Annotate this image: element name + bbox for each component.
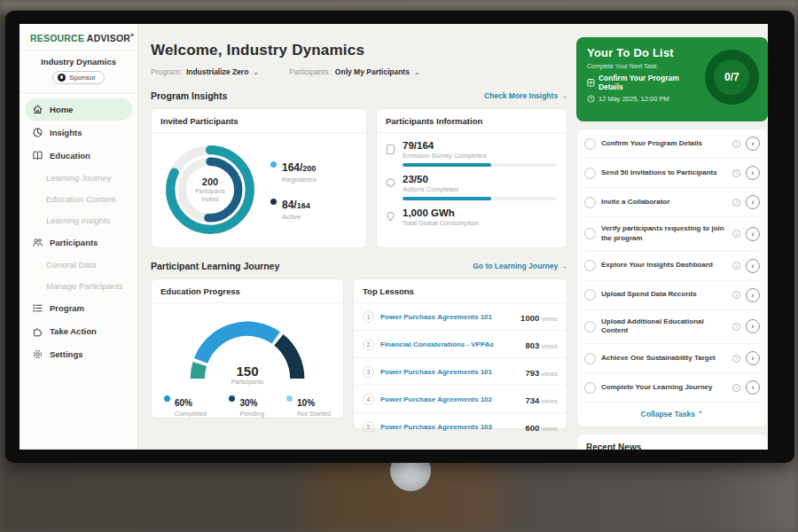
program-filter[interactable]: Program: Industrialize Zero ⌄ xyxy=(151,67,259,76)
sponsor-badge[interactable]: Sponsor xyxy=(52,71,105,84)
todo-item-label[interactable]: Upload Spend Data Records xyxy=(601,290,727,300)
sidebar-item-label: Program xyxy=(50,303,84,313)
todo-go-button[interactable]: › xyxy=(746,380,760,395)
todo-title: Your To Do List xyxy=(587,46,705,59)
top-lessons-card: Top Lessons 1 Power Purchase Agreements … xyxy=(353,278,567,429)
sidebar-item-manage-participants[interactable]: Manage Participants xyxy=(25,276,132,296)
clock-icon xyxy=(587,95,595,103)
sidebar-item-label: Insights xyxy=(50,128,82,137)
sidebar-item-take-action[interactable]: Take Action xyxy=(25,320,132,342)
info-icon: i xyxy=(732,291,740,299)
todo-item: Confirm Your Program Details i › xyxy=(584,129,760,159)
app-logo: RESOURCE ADVISOR+ xyxy=(20,24,137,51)
lightbulb-icon xyxy=(386,211,395,223)
todo-go-button[interactable]: › xyxy=(746,195,760,209)
todo-item-label[interactable]: Upload Additional Educational Content xyxy=(601,317,727,337)
todo-checkbox[interactable] xyxy=(584,382,596,394)
todo-item: Upload Spend Data Records i › xyxy=(584,281,760,310)
go-to-learning-journey-link[interactable]: Go to Learning Journey → xyxy=(473,262,567,270)
info-icon: i xyxy=(732,140,740,148)
todo-item-label[interactable]: Explore Your Insights Dashboard xyxy=(601,261,727,270)
todo-checkbox[interactable] xyxy=(584,138,596,150)
info-icon: i xyxy=(732,355,740,363)
sidebar-item-settings[interactable]: Settings xyxy=(25,343,132,365)
sidebar-item-label: Participants xyxy=(50,238,98,247)
sidebar-item-insights[interactable]: Insights xyxy=(25,121,132,144)
program-filter-value: Industrialize Zero xyxy=(186,67,248,76)
legend-dot xyxy=(229,395,235,402)
sidebar-item-education-content[interactable]: Education Content xyxy=(25,189,132,209)
todo-go-button[interactable]: › xyxy=(746,288,760,302)
stat-actions: 23/50 Actions Completed xyxy=(377,167,567,200)
arrow-right-icon: → xyxy=(560,262,568,270)
todo-go-button[interactable]: › xyxy=(746,227,760,241)
todo-checkbox[interactable] xyxy=(584,321,596,332)
donut-center-label: Participants Invited xyxy=(187,188,233,202)
lesson-link[interactable]: Financial Considerations - VPPAs xyxy=(380,340,519,348)
card-title: Participants Information xyxy=(377,109,567,133)
todo-progress-value: 0/7 xyxy=(724,71,739,83)
todo-checkbox[interactable] xyxy=(584,289,596,301)
todo-item-label[interactable]: Invite a Collaborator xyxy=(601,198,727,207)
participants-filter[interactable]: Participants: Only My Participants ⌄ xyxy=(289,67,420,76)
todo-item-label[interactable]: Achieve One Sustainability Target xyxy=(601,354,727,364)
clipboard-icon xyxy=(587,78,595,87)
legend-dot xyxy=(164,395,170,402)
link-label: Check More Insights xyxy=(484,91,558,100)
sidebar-item-program[interactable]: Program xyxy=(25,297,132,319)
take-action-icon xyxy=(32,325,43,337)
todo-item-label[interactable]: Verify participants requesting to join t… xyxy=(601,224,727,244)
insights-icon xyxy=(32,127,43,138)
info-icon: i xyxy=(732,323,740,331)
collapse-tasks-link[interactable]: Collapse Tasks ⌃ xyxy=(584,403,760,426)
todo-go-button[interactable]: › xyxy=(746,137,760,151)
lesson-link[interactable]: Power Purchase Agreements 101 xyxy=(380,368,519,376)
info-icon: i xyxy=(732,262,740,270)
todo-item: Achieve One Sustainability Target i › xyxy=(584,344,760,373)
program-insights-heading: Program Insights xyxy=(151,90,227,101)
invited-donut-chart: 200 Participants Invited xyxy=(160,140,260,239)
sidebar-item-label: Learning Insights xyxy=(46,215,110,225)
info-icon: i xyxy=(732,384,740,392)
todo-item: Explore Your Insights Dashboard i › xyxy=(584,252,760,281)
sidebar-item-label: Education xyxy=(50,151,90,160)
home-icon xyxy=(32,104,43,115)
todo-go-button[interactable]: › xyxy=(746,319,760,333)
todo-item: Invite a Collaborator i › xyxy=(584,188,760,217)
todo-checkbox[interactable] xyxy=(584,197,596,208)
todo-checkbox[interactable] xyxy=(584,228,596,239)
check-more-insights-link[interactable]: Check More Insights → xyxy=(484,91,567,100)
todo-list: Confirm Your Program Details i › Send 50… xyxy=(576,129,768,427)
todo-item: Send 50 Invitations to Participants i › xyxy=(584,159,760,188)
sidebar: RESOURCE ADVISOR+ Industry Dynamics Spon… xyxy=(20,24,138,450)
education-icon xyxy=(32,150,43,161)
lesson-link[interactable]: Power Purchase Agreements 101 xyxy=(380,313,514,321)
lesson-row: 3 Power Purchase Agreements 101 793views xyxy=(354,358,567,386)
todo-item-label[interactable]: Send 50 Invitations to Participants xyxy=(601,168,727,178)
participants-filter-label: Participants: xyxy=(289,67,331,76)
lesson-link[interactable]: Power Purchase Agreements 103 xyxy=(380,423,519,431)
sidebar-item-label: General Data xyxy=(46,260,97,270)
todo-checkbox[interactable] xyxy=(584,260,596,271)
sidebar-item-learning-insights[interactable]: Learning Insights xyxy=(25,210,132,231)
sidebar-item-education[interactable]: Education xyxy=(25,145,132,167)
todo-checkbox[interactable] xyxy=(584,168,596,179)
sidebar-item-participants[interactable]: Participants xyxy=(25,231,132,254)
sidebar-nav: Home Insights Education Learning Journey… xyxy=(20,93,137,372)
sidebar-item-general-data[interactable]: General Data xyxy=(25,254,132,275)
todo-go-button[interactable]: › xyxy=(746,166,760,180)
lesson-link[interactable]: Power Purchase Agreements 102 xyxy=(380,395,519,403)
stat-consumption: 1,000 GWh Total Global Consumption xyxy=(377,200,567,227)
legend-pending: 30%Pending xyxy=(229,394,264,418)
sidebar-item-learning-journey[interactable]: Learning Journey xyxy=(25,168,132,188)
chevron-down-icon: ⌄ xyxy=(253,68,259,76)
participants-filter-value: Only My Participants xyxy=(335,67,410,76)
todo-item-label[interactable]: Complete Your Learning Journey xyxy=(601,383,727,393)
sidebar-item-home[interactable]: Home xyxy=(25,98,132,121)
todo-go-button[interactable]: › xyxy=(746,259,760,273)
emission-progress-bar xyxy=(403,163,556,167)
todo-checkbox[interactable] xyxy=(584,353,596,364)
todo-item-label[interactable]: Confirm Your Program Details xyxy=(601,139,727,149)
todo-go-button[interactable]: › xyxy=(746,351,760,365)
todo-item: Verify participants requesting to join t… xyxy=(584,217,760,252)
